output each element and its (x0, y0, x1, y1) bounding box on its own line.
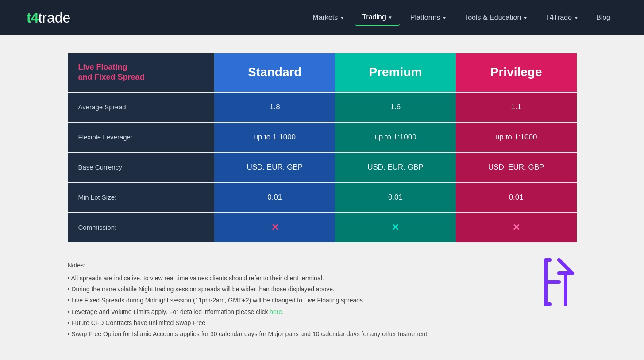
row-prem-min-lot: 0.01 (335, 182, 456, 212)
table-row-commission: Commission: ✕ ✕ ✕ (68, 212, 577, 242)
logo-t4: t4 (27, 10, 38, 26)
row-label-commission: Commission: (68, 212, 215, 242)
table-header-privilege: Privilege (456, 53, 577, 92)
here-link[interactable]: here (270, 308, 282, 315)
navbar: t4 trade Markets ▼ Trading ▼ Platforms ▼… (0, 0, 644, 35)
table-row-leverage: Flexible Leverage: up to 1:1000 up to 1:… (68, 122, 577, 152)
nav-item-markets[interactable]: Markets ▼ (305, 10, 351, 25)
row-label-average-spread: Average Spread: (68, 92, 215, 122)
row-prem-leverage: up to 1:1000 (335, 122, 456, 152)
table-header-row: Live Floating and Fixed Spread Standard … (68, 53, 577, 92)
x-icon-standard: ✕ (271, 222, 279, 233)
row-priv-min-lot: 0.01 (456, 182, 577, 212)
spread-table: Live Floating and Fixed Spread Standard … (68, 53, 577, 242)
notes-line-2: • Live Fixed Spreads during Midnight ses… (68, 295, 428, 306)
nav-links: Markets ▼ Trading ▼ Platforms ▼ Tools & … (305, 10, 617, 26)
main-content: Live Floating and Fixed Spread Standard … (0, 35, 644, 360)
row-label-min-lot: Min Lot Size: (68, 182, 215, 212)
notes-line-5: • Swap Free Option for Islamic Accounts … (68, 329, 428, 340)
row-label-base-currency: Base Currency: (68, 152, 215, 182)
decorative-logo (541, 255, 577, 310)
notes-text: Notes: • All spreads are indicative, to … (68, 260, 428, 340)
row-prem-base-currency: USD, EUR, GBP (335, 152, 456, 182)
table-header-standard: Standard (214, 53, 335, 92)
logo-trade: trade (38, 10, 70, 26)
chevron-down-icon: ▼ (340, 15, 344, 20)
notes-line-4: • Future CFD Contracts have unlimited Sw… (68, 317, 428, 329)
notes-line-1: • During the more volatile Night trading… (68, 284, 428, 295)
x-icon-premium: ✕ (391, 222, 399, 233)
row-priv-leverage: up to 1:1000 (456, 122, 577, 152)
table-title-line2: and Fixed Spread (78, 72, 204, 82)
notes-heading: Notes: (68, 260, 428, 271)
notes-section: Notes: • All spreads are indicative, to … (68, 260, 577, 340)
nav-item-trading[interactable]: Trading ▼ (355, 10, 400, 26)
nav-item-t4trade[interactable]: T4Trade ▼ (538, 10, 586, 25)
logo[interactable]: t4 trade (27, 10, 70, 26)
row-std-average-spread: 1.8 (214, 92, 335, 122)
notes-line-0: • All spreads are indicative, to view re… (68, 273, 428, 284)
row-prem-average-spread: 1.6 (335, 92, 456, 122)
row-std-commission: ✕ (214, 212, 335, 242)
table-label-header: Live Floating and Fixed Spread (68, 53, 215, 92)
chevron-down-icon: ▼ (442, 15, 447, 20)
chevron-down-icon: ▼ (523, 15, 528, 20)
row-priv-commission: ✕ (456, 212, 577, 242)
table-row-average-spread: Average Spread: 1.8 1.6 1.1 (68, 92, 577, 122)
table-row-min-lot: Min Lot Size: 0.01 0.01 0.01 (68, 182, 577, 212)
table-header-premium: Premium (335, 53, 456, 92)
table-title-line1: Live Floating (78, 62, 204, 72)
row-std-base-currency: USD, EUR, GBP (214, 152, 335, 182)
notes-line-3: • Leverage and Volume Limits apply. For … (68, 306, 428, 317)
row-std-min-lot: 0.01 (214, 182, 335, 212)
row-priv-average-spread: 1.1 (456, 92, 577, 122)
x-icon-privilege: ✕ (512, 222, 520, 233)
nav-item-tools-education[interactable]: Tools & Education ▼ (457, 10, 535, 25)
chevron-down-icon: ▼ (388, 15, 393, 20)
row-std-leverage: up to 1:1000 (214, 122, 335, 152)
row-priv-base-currency: USD, EUR, GBP (456, 152, 577, 182)
chevron-down-icon: ▼ (574, 15, 578, 20)
row-label-leverage: Flexible Leverage: (68, 122, 215, 152)
table-row-base-currency: Base Currency: USD, EUR, GBP USD, EUR, G… (68, 152, 577, 182)
nav-item-blog[interactable]: Blog (589, 10, 617, 25)
nav-item-platforms[interactable]: Platforms ▼ (403, 10, 454, 25)
row-prem-commission: ✕ (335, 212, 456, 242)
